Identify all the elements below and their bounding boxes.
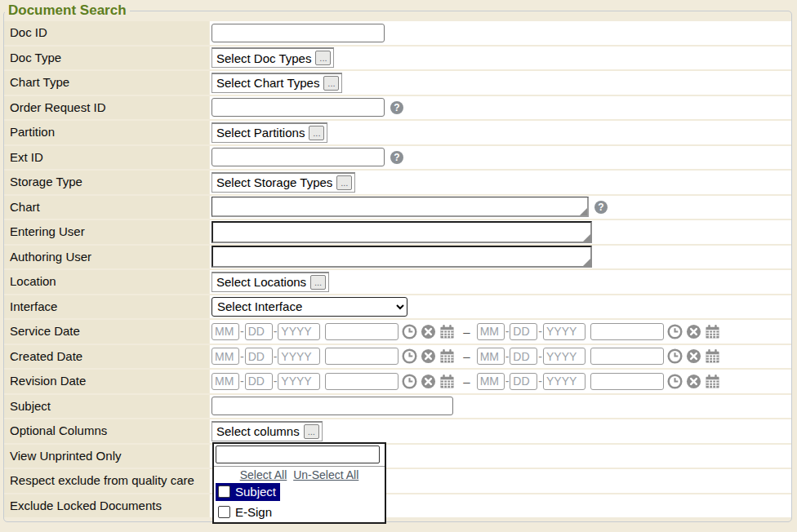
column-option-esign[interactable]: E-Sign: [216, 503, 276, 521]
search-form: Doc ID Doc Type Select Doc Types ... Cha…: [4, 21, 791, 517]
date-month-input[interactable]: [477, 373, 505, 390]
date-time-input[interactable]: [325, 348, 398, 365]
form-row-entering-user: Entering User: [4, 220, 791, 244]
form-row-interface: Interface Select Interface: [4, 295, 791, 319]
calendar-icon[interactable]: [705, 324, 720, 339]
date-month-input[interactable]: [477, 348, 505, 365]
date-year-input[interactable]: [278, 348, 320, 365]
clock-icon[interactable]: [402, 324, 417, 339]
clock-icon[interactable]: [402, 348, 417, 364]
ext-id-input[interactable]: [211, 148, 385, 166]
date-year-input[interactable]: [543, 373, 586, 390]
resize-handle-icon[interactable]: [583, 259, 590, 266]
clear-icon[interactable]: [421, 348, 436, 364]
clock-icon[interactable]: [667, 324, 683, 339]
columns-filter-input[interactable]: [216, 446, 380, 463]
field-label: Revision Date: [4, 370, 209, 393]
more-button[interactable]: ...: [310, 275, 326, 290]
date-time-input[interactable]: [590, 348, 664, 365]
date-separator: -: [274, 325, 278, 338]
date-year-input[interactable]: [278, 373, 320, 390]
clock-icon[interactable]: [667, 374, 683, 389]
more-button[interactable]: ...: [336, 175, 352, 190]
range-dash: –: [463, 349, 470, 363]
partition-picker[interactable]: Select Partitions ...: [211, 122, 327, 143]
field-label: Doc ID: [4, 21, 209, 45]
date-day-input[interactable]: [510, 348, 537, 365]
more-button[interactable]: ...: [304, 424, 319, 439]
date-time-input[interactable]: [590, 323, 664, 340]
calendar-icon[interactable]: [439, 324, 455, 339]
chart-textarea[interactable]: [211, 197, 589, 217]
help-icon[interactable]: ?: [594, 201, 608, 214]
more-button[interactable]: ...: [323, 76, 339, 91]
chart-type-picker[interactable]: Select Chart Types ...: [211, 73, 342, 93]
field-label: Partition: [4, 121, 209, 144]
field-label: Storage Type: [4, 171, 209, 194]
more-button[interactable]: ...: [315, 51, 331, 65]
date-day-input[interactable]: [510, 323, 537, 340]
field-label: Subject: [4, 395, 209, 419]
resize-handle-icon[interactable]: [583, 234, 590, 242]
calendar-icon[interactable]: [439, 374, 455, 389]
date-separator: -: [240, 375, 244, 388]
order-request-id-input[interactable]: [211, 98, 385, 117]
date-year-input[interactable]: [543, 348, 586, 365]
date-time-input[interactable]: [325, 323, 398, 340]
doc-type-picker[interactable]: Select Doc Types ...: [211, 47, 334, 68]
picker-text: Select columns: [216, 424, 300, 438]
calendar-icon[interactable]: [705, 374, 720, 389]
form-row-ext-id: Ext ID ?: [4, 146, 791, 170]
date-time-input[interactable]: [590, 373, 664, 390]
revision-date-range: - - – - -: [210, 370, 791, 393]
date-day-input[interactable]: [245, 373, 273, 390]
clear-icon[interactable]: [421, 324, 436, 339]
unselect-all-link[interactable]: Un-Select All: [293, 468, 358, 481]
doc-id-input[interactable]: [211, 24, 385, 42]
clear-icon[interactable]: [686, 348, 701, 364]
date-time-input[interactable]: [325, 373, 398, 390]
date-year-input[interactable]: [543, 323, 586, 340]
picker-text: Select Locations: [216, 275, 306, 289]
date-separator: -: [538, 350, 542, 363]
date-day-input[interactable]: [510, 373, 537, 390]
authoring-user-textarea[interactable]: [211, 246, 592, 268]
date-month-input[interactable]: [477, 323, 505, 340]
help-icon[interactable]: ?: [390, 101, 403, 114]
select-all-link[interactable]: Select All: [240, 468, 287, 481]
entering-user-textarea[interactable]: [211, 221, 592, 243]
clear-icon[interactable]: [686, 374, 701, 389]
field-label: Optional Columns: [4, 419, 209, 443]
form-row-view-unprinted-only: View Unprinted Only: [4, 445, 791, 468]
form-row-doc-id: Doc ID: [4, 21, 791, 45]
clear-icon[interactable]: [686, 324, 701, 339]
calendar-icon[interactable]: [439, 348, 455, 364]
date-day-input[interactable]: [245, 323, 273, 340]
date-day-input[interactable]: [245, 348, 273, 365]
form-row-chart: Chart ?: [4, 196, 791, 219]
checkbox-icon[interactable]: [218, 485, 230, 498]
more-button[interactable]: ...: [309, 126, 324, 140]
form-row-doc-type: Doc Type Select Doc Types ...: [4, 47, 791, 70]
checkbox-icon[interactable]: [218, 506, 230, 518]
date-month-input[interactable]: [211, 323, 239, 340]
interface-select[interactable]: Select Interface: [211, 297, 407, 317]
optional-columns-picker[interactable]: Select columns ...: [211, 421, 323, 441]
field-label: Chart Type: [4, 71, 209, 95]
date-month-input[interactable]: [211, 348, 239, 365]
resize-handle-icon[interactable]: [580, 208, 587, 215]
column-option-subject[interactable]: Subject: [216, 483, 280, 501]
help-icon[interactable]: ?: [390, 151, 403, 164]
storage-type-picker[interactable]: Select Storage Types ...: [211, 172, 355, 193]
date-separator: -: [538, 375, 542, 388]
clock-icon[interactable]: [667, 348, 683, 364]
date-separator: -: [538, 325, 542, 338]
subject-input[interactable]: [211, 397, 453, 415]
clear-icon[interactable]: [421, 374, 436, 389]
field-label: Location: [4, 270, 209, 294]
clock-icon[interactable]: [402, 374, 417, 389]
calendar-icon[interactable]: [705, 348, 720, 364]
date-year-input[interactable]: [278, 323, 320, 340]
location-picker[interactable]: Select Locations ...: [211, 272, 329, 292]
date-month-input[interactable]: [211, 373, 239, 390]
